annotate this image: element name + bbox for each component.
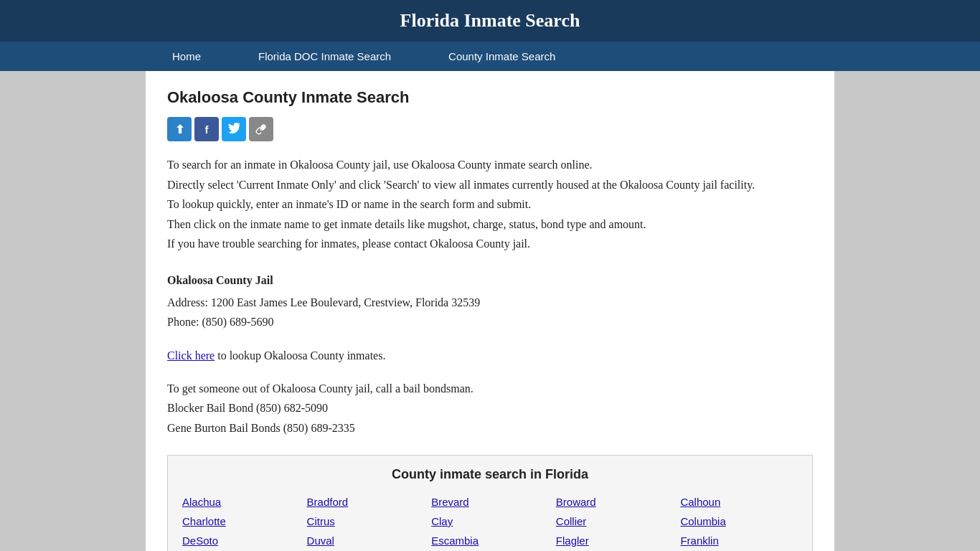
county-link[interactable]: Broward bbox=[556, 494, 674, 510]
share-button[interactable]: ⬆ bbox=[167, 117, 192, 141]
desc-line-5: If you have trouble searching for inmate… bbox=[167, 235, 813, 253]
social-share-bar: ⬆ f bbox=[167, 117, 813, 141]
site-header: Florida Inmate Search bbox=[0, 0, 980, 42]
bail-line-2: Blocker Bail Bond (850) 682-5090 bbox=[167, 398, 813, 418]
bail-line-1: To get someone out of Okaloosa County ja… bbox=[167, 379, 813, 398]
county-link[interactable]: Collier bbox=[556, 513, 674, 529]
bail-info-section: To get someone out of Okaloosa County ja… bbox=[167, 379, 813, 438]
county-section-title: County inmate search in Florida bbox=[182, 467, 798, 482]
lookup-link-section: Click here to lookup Okaloosa County inm… bbox=[167, 347, 813, 365]
jail-name: Okaloosa County Jail bbox=[167, 270, 813, 290]
link-icon bbox=[255, 123, 267, 135]
jail-address: Address: 1200 East James Lee Boulevard, … bbox=[167, 293, 813, 312]
nav-home[interactable]: Home bbox=[143, 42, 230, 71]
description-section: To search for an inmate in Okaloosa Coun… bbox=[167, 156, 813, 253]
county-grid: AlachuaBradfordBrevardBrowardCalhounChar… bbox=[182, 494, 798, 551]
desc-line-4: Then click on the inmate name to get inm… bbox=[167, 215, 813, 234]
desc-line-3: To lookup quickly, enter an inmate's ID … bbox=[167, 195, 813, 214]
county-link[interactable]: Columbia bbox=[680, 513, 798, 529]
page-title: Okaloosa County Inmate Search bbox=[167, 88, 813, 107]
county-search-section: County inmate search in Florida AlachuaB… bbox=[167, 455, 813, 551]
county-link[interactable]: Franklin bbox=[680, 532, 798, 549]
bail-line-3: Gene Burton Bail Bonds (850) 689-2335 bbox=[167, 418, 813, 438]
county-link[interactable]: Bradford bbox=[307, 494, 425, 510]
county-link[interactable]: Calhoun bbox=[680, 494, 798, 510]
jail-info-section: Okaloosa County Jail Address: 1200 East … bbox=[167, 270, 813, 332]
county-link[interactable]: DeSoto bbox=[182, 532, 300, 549]
county-link[interactable]: Brevard bbox=[431, 494, 549, 510]
lookup-text-after: to lookup Okaloosa County inmates. bbox=[215, 349, 385, 362]
county-link[interactable]: Duval bbox=[307, 532, 425, 549]
nav-county-search[interactable]: County Inmate Search bbox=[420, 42, 584, 71]
desc-line-1: To search for an inmate in Okaloosa Coun… bbox=[167, 156, 813, 174]
content-wrapper: Okaloosa County Inmate Search ⬆ f To sea… bbox=[146, 71, 834, 551]
county-link[interactable]: Charlotte bbox=[182, 513, 300, 529]
nav-doc-search[interactable]: Florida DOC Inmate Search bbox=[230, 42, 420, 71]
county-link[interactable]: Escambia bbox=[431, 532, 549, 549]
county-link[interactable]: Flagler bbox=[556, 532, 674, 549]
desc-line-2: Directly select 'Current Inmate Only' an… bbox=[167, 176, 813, 194]
county-link[interactable]: Citrus bbox=[307, 513, 425, 529]
county-link[interactable]: Clay bbox=[431, 513, 549, 529]
lookup-here-link[interactable]: Click here bbox=[167, 349, 215, 362]
twitter-button[interactable] bbox=[222, 117, 246, 141]
site-title: Florida Inmate Search bbox=[14, 10, 966, 32]
twitter-icon bbox=[227, 123, 240, 136]
jail-phone: Phone: (850) 689-5690 bbox=[167, 312, 813, 331]
main-nav: Home Florida DOC Inmate Search County In… bbox=[0, 42, 980, 71]
facebook-button[interactable]: f bbox=[194, 117, 219, 141]
copy-link-button[interactable] bbox=[249, 117, 273, 141]
county-link[interactable]: Alachua bbox=[182, 494, 300, 510]
